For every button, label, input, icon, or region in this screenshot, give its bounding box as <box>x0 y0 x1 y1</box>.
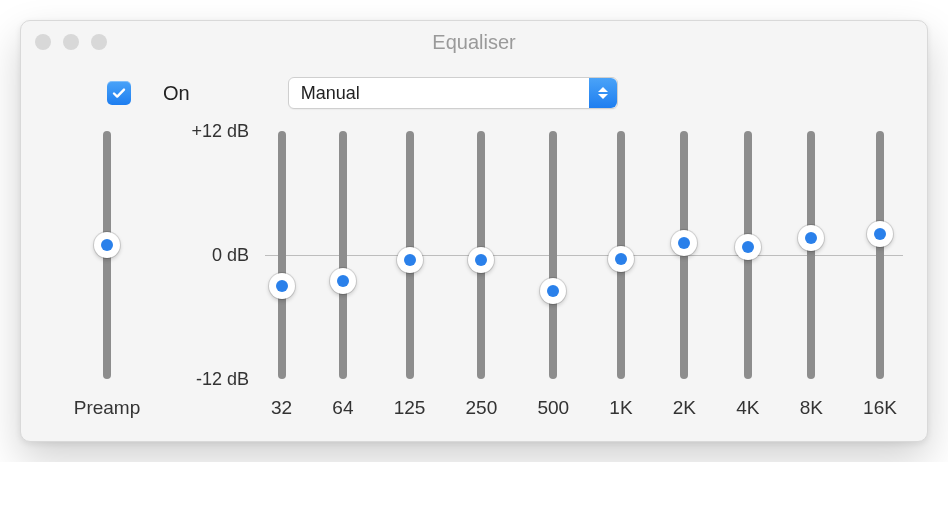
band-slider-wrap: 1K <box>609 131 632 419</box>
close-icon[interactable] <box>35 34 51 50</box>
chevron-down-icon <box>598 94 608 99</box>
band-slider-wrap: 500 <box>537 131 569 419</box>
band-label: 16K <box>863 397 897 419</box>
on-label: On <box>163 82 190 105</box>
band-slider-wrap: 32 <box>271 131 292 419</box>
band-label: 1K <box>609 397 632 419</box>
scale-mid-label: 0 dB <box>212 245 249 266</box>
scale-max-label: +12 dB <box>191 121 249 142</box>
band-thumb-16K[interactable] <box>867 221 893 247</box>
band-thumb-32[interactable] <box>269 273 295 299</box>
scale-column: +12 dB 0 dB -12 dB <box>167 131 267 379</box>
band-thumb-4K[interactable] <box>735 234 761 260</box>
preamp-thumb[interactable] <box>94 232 120 258</box>
equaliser-area: Preamp +12 dB 0 dB -12 dB 32641252505001… <box>47 131 901 419</box>
band-label: 2K <box>673 397 696 419</box>
band-slider-wrap: 2K <box>673 131 696 419</box>
preamp-slider[interactable] <box>103 131 111 379</box>
band-label: 8K <box>800 397 823 419</box>
band-label: 64 <box>332 397 353 419</box>
band-slider-500[interactable] <box>549 131 557 379</box>
band-slider-32[interactable] <box>278 131 286 379</box>
preamp-label: Preamp <box>74 397 141 419</box>
chevron-up-icon <box>598 87 608 92</box>
preset-select[interactable]: Manual <box>288 77 618 109</box>
band-slider-wrap: 4K <box>736 131 759 419</box>
band-thumb-2K[interactable] <box>671 230 697 256</box>
zoom-icon[interactable] <box>91 34 107 50</box>
band-slider-8K[interactable] <box>807 131 815 379</box>
band-thumb-250[interactable] <box>468 247 494 273</box>
band-slider-4K[interactable] <box>744 131 752 379</box>
band-label: 32 <box>271 397 292 419</box>
scale-min-label: -12 dB <box>196 369 249 390</box>
band-slider-1K[interactable] <box>617 131 625 379</box>
window-title: Equaliser <box>21 31 927 54</box>
band-slider-125[interactable] <box>406 131 414 379</box>
band-thumb-1K[interactable] <box>608 246 634 272</box>
band-thumb-8K[interactable] <box>798 225 824 251</box>
band-label: 250 <box>466 397 498 419</box>
minimize-icon[interactable] <box>63 34 79 50</box>
preamp-slider-wrap: Preamp <box>74 131 141 419</box>
band-slider-wrap: 125 <box>394 131 426 419</box>
on-checkbox[interactable] <box>107 81 131 105</box>
content-area: On Manual Preamp +12 dB 0 <box>21 63 927 441</box>
band-slider-wrap: 250 <box>466 131 498 419</box>
top-controls: On Manual <box>107 77 901 109</box>
band-label: 4K <box>736 397 759 419</box>
titlebar: Equaliser <box>21 21 927 63</box>
band-slider-64[interactable] <box>339 131 347 379</box>
band-slider-wrap: 8K <box>800 131 823 419</box>
band-thumb-64[interactable] <box>330 268 356 294</box>
preset-selected-value: Manual <box>301 83 360 104</box>
select-stepper-icon <box>589 78 617 108</box>
band-label: 500 <box>537 397 569 419</box>
band-slider-2K[interactable] <box>680 131 688 379</box>
band-slider-wrap: 64 <box>332 131 353 419</box>
band-thumb-500[interactable] <box>540 278 566 304</box>
band-thumb-125[interactable] <box>397 247 423 273</box>
window-controls <box>35 34 107 50</box>
preamp-column: Preamp <box>47 131 167 419</box>
band-slider-250[interactable] <box>477 131 485 379</box>
bands-column: 32641252505001K2K4K8K16K <box>267 131 901 419</box>
band-label: 125 <box>394 397 426 419</box>
checkmark-icon <box>111 85 127 101</box>
equaliser-window: Equaliser On Manual <box>20 20 928 442</box>
band-slider-16K[interactable] <box>876 131 884 379</box>
band-slider-wrap: 16K <box>863 131 897 419</box>
